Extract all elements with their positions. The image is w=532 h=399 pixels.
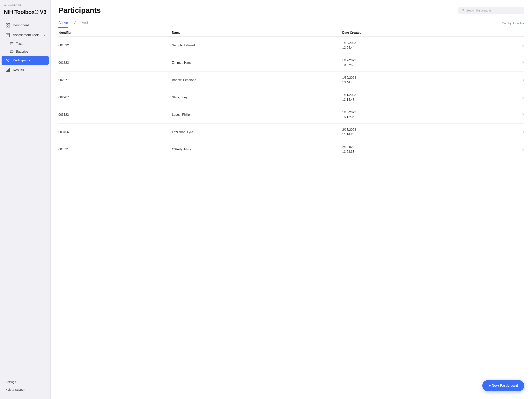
results-icon (6, 68, 10, 72)
assessment-tools-chevron: ▾ (44, 33, 45, 37)
col-action (513, 31, 524, 34)
svg-rect-1 (8, 23, 10, 25)
table-row[interactable]: 003123 Lopez, Philip 1/18/202315:12:36 (58, 106, 524, 123)
row-chevron (513, 61, 524, 64)
participants-icon (6, 58, 10, 63)
svg-rect-15 (8, 69, 9, 72)
col-identifier: Identifier (58, 31, 172, 34)
table-row[interactable]: 003456 Lazzarino, Lyra 2/15/202311:14:20 (58, 123, 524, 141)
svg-rect-2 (6, 26, 7, 27)
svg-rect-0 (6, 23, 7, 25)
cell-identifier: 001592 (58, 44, 172, 47)
table-row[interactable]: 001592 Sample, Edward 1/12/202312:04:44 (58, 37, 524, 54)
cell-date: 1/11/202313:14:48 (342, 93, 513, 102)
col-date-created: Date Created (342, 31, 513, 34)
table-header: Identifier Name Date Created (58, 28, 524, 37)
cell-date: 2/15/202311:14:20 (342, 127, 513, 137)
sidebar-item-dashboard[interactable]: Dashboard (1, 21, 49, 30)
main-header: Participants (51, 0, 532, 19)
cell-name: Barlow, Penelope (172, 78, 342, 82)
tabs: Active Archived (58, 19, 88, 28)
sidebar-item-participants-label: Participants (13, 58, 30, 62)
cell-date: 1/30/202313:44:45 (342, 75, 513, 85)
tab-archived[interactable]: Archived (74, 19, 88, 28)
search-box[interactable] (458, 7, 524, 14)
svg-rect-13 (6, 71, 7, 72)
sort-row: Sort by Identifier (502, 21, 524, 25)
sort-by-label: Sort by (502, 21, 512, 25)
sidebar-item-participants[interactable]: Participants (1, 56, 49, 65)
page-title: Participants (58, 6, 101, 15)
table-row[interactable]: 001823 Zimmer, Hans 1/12/202310:27:50 (58, 54, 524, 71)
dashboard-icon (6, 23, 10, 28)
svg-point-12 (8, 59, 9, 60)
svg-rect-14 (7, 70, 8, 72)
search-icon (462, 9, 465, 12)
participants-table: Identifier Name Date Created 001592 Samp… (51, 28, 532, 399)
row-chevron (513, 96, 524, 99)
cell-identifier: 004321 (58, 148, 172, 151)
cell-name: Sample, Edward (172, 44, 342, 47)
table-body: 001592 Sample, Edward 1/12/202312:04:44 … (58, 37, 524, 158)
cell-date: 1/18/202315:12:36 (342, 110, 513, 119)
batteries-icon (10, 50, 14, 53)
cell-name: Lazzarino, Lyra (172, 130, 342, 134)
cell-name: Stark, Tony (172, 96, 342, 99)
sidebar-item-assessment-tools-label: Assessment Tools (13, 33, 39, 37)
svg-rect-3 (8, 26, 10, 27)
sort-by-value[interactable]: Identifier (513, 21, 524, 25)
row-chevron (513, 113, 524, 116)
row-chevron (513, 148, 524, 151)
cell-identifier: 002987 (58, 96, 172, 99)
help-link[interactable]: Help & Support (1, 386, 49, 393)
cell-identifier: 003456 (58, 130, 172, 134)
sidebar-item-tests-label: Tests (16, 42, 23, 45)
cell-name: O'Reilly, Mary (172, 148, 342, 151)
sidebar-footer: Settings Help & Support (0, 378, 51, 393)
settings-link[interactable]: Settings (1, 378, 49, 386)
cell-date: 2/1/202313:23:33 (342, 145, 513, 154)
sidebar: Version 3.0.1.30 NIH Toolbox® V3 Dashboa… (0, 0, 51, 399)
cell-identifier: 003123 (58, 113, 172, 116)
col-name: Name (172, 31, 342, 34)
tabs-row: Active Archived Sort by Identifier (51, 19, 532, 28)
tests-icon (10, 42, 14, 45)
sidebar-item-batteries-label: Batteries (16, 50, 28, 53)
cell-date: 1/12/202312:04:44 (342, 41, 513, 50)
table-row[interactable]: 002987 Stark, Tony 1/11/202313:14:48 (58, 89, 524, 106)
app-version: Version 3.0.1.30 (0, 4, 51, 9)
svg-line-18 (464, 11, 464, 12)
assessment-icon (6, 33, 10, 37)
new-participant-button[interactable]: + New Participant (482, 380, 524, 391)
search-input[interactable] (466, 9, 521, 12)
main-content: Participants Active Archived Sort by Ide… (51, 0, 532, 399)
sidebar-item-results-label: Results (13, 68, 24, 72)
row-chevron (513, 130, 524, 134)
table-row[interactable]: 002377 Barlow, Penelope 1/30/202313:44:4… (58, 71, 524, 89)
tab-active[interactable]: Active (58, 19, 68, 28)
cell-date: 1/12/202310:27:50 (342, 58, 513, 67)
sidebar-item-assessment-tools[interactable]: Assessment Tools ▾ (1, 30, 49, 40)
svg-rect-8 (11, 43, 13, 45)
sidebar-nav: Dashboard Assessment Tools ▾ (0, 21, 51, 378)
row-chevron (513, 78, 524, 82)
cell-name: Zimmer, Hans (172, 61, 342, 64)
svg-rect-9 (10, 51, 13, 53)
row-chevron (513, 44, 524, 47)
cell-name: Lopez, Philip (172, 113, 342, 116)
app-title: NIH Toolbox® V3 (0, 9, 51, 21)
table-row[interactable]: 004321 O'Reilly, Mary 2/1/202313:23:33 (58, 141, 524, 158)
sidebar-item-tests[interactable]: Tests (1, 40, 49, 48)
svg-point-11 (7, 59, 8, 60)
sidebar-item-batteries[interactable]: Batteries (1, 48, 49, 55)
svg-rect-16 (9, 68, 10, 72)
sidebar-item-dashboard-label: Dashboard (13, 23, 29, 27)
sidebar-item-results[interactable]: Results (1, 65, 49, 75)
cell-identifier: 001823 (58, 61, 172, 64)
cell-identifier: 002377 (58, 78, 172, 82)
